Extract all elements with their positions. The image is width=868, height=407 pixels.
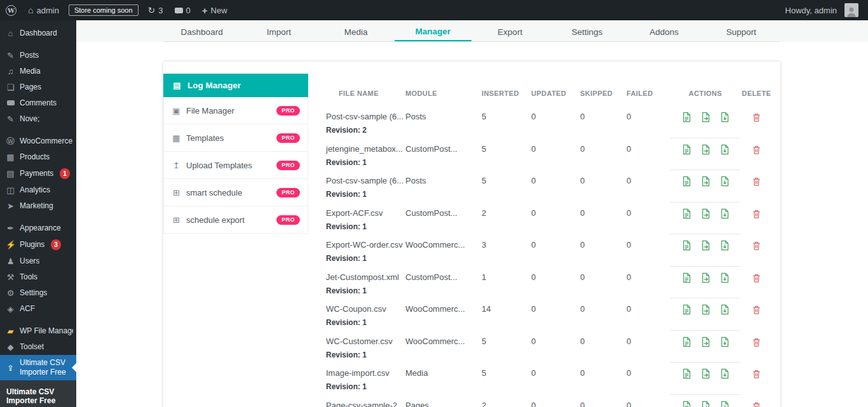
sidebar-item[interactable]: ▤ Payments 1 xyxy=(0,165,76,182)
sidebar-item[interactable]: ▰ WP File Manager xyxy=(0,323,76,339)
pro-badge: PRO xyxy=(276,188,300,197)
new-content-button[interactable]: + New xyxy=(196,0,233,20)
download-log-icon[interactable] xyxy=(700,304,711,315)
sidebar-item[interactable]: ⇪ Ultimate CSV Importer Free xyxy=(0,355,76,380)
revision-value: 1 xyxy=(362,382,367,391)
sidebar-item[interactable]: ⌂ Dashboard xyxy=(0,25,76,41)
comments-button[interactable]: 0 xyxy=(169,0,196,20)
download-log-icon[interactable] xyxy=(700,176,711,187)
sidebar-item[interactable]: ⚒ Tools xyxy=(0,269,76,285)
download-file-icon[interactable] xyxy=(719,144,730,155)
plugin-tab[interactable]: Manager xyxy=(395,22,471,41)
delete-icon[interactable] xyxy=(752,177,761,187)
panel-item[interactable]: ⊞ schedule export PRO xyxy=(163,206,308,234)
download-file-icon[interactable] xyxy=(719,304,730,315)
site-name-menu[interactable]: ⌂ admin xyxy=(22,0,65,20)
delete-icon[interactable] xyxy=(752,305,761,315)
view-log-icon[interactable] xyxy=(681,304,692,315)
delete-icon[interactable] xyxy=(752,273,761,283)
update-icon: ↻ xyxy=(148,6,156,15)
delete-icon[interactable] xyxy=(752,112,761,123)
download-file-icon[interactable] xyxy=(719,112,730,123)
download-log-icon[interactable] xyxy=(700,368,711,379)
sidebar-item[interactable]: ◈ ACF xyxy=(0,301,76,317)
plugin-tab[interactable]: Support xyxy=(703,22,780,41)
plugin-tab[interactable]: Settings xyxy=(548,22,625,41)
sidebar-item[interactable]: ✒ Appearance xyxy=(0,220,76,236)
view-log-icon[interactable] xyxy=(681,144,692,155)
panel-item[interactable]: ▦ Templates PRO xyxy=(163,124,308,152)
file-cell: Export-ACF.csv Revision: 1 xyxy=(321,208,405,235)
download-file-icon[interactable] xyxy=(719,368,730,379)
module-cell: Posts xyxy=(405,111,482,138)
delete-icon[interactable] xyxy=(752,145,761,155)
skipped-cell: 0 xyxy=(580,143,627,171)
sidebar-item[interactable]: ✎ Nove; xyxy=(0,111,76,127)
sidebar-item[interactable]: Comments xyxy=(0,95,76,111)
actions-cell xyxy=(670,175,740,203)
sidebar-item[interactable]: Ⓦ WooCommerce xyxy=(0,133,76,149)
sidebar-item-label: Ultimate CSV Importer Free xyxy=(20,358,73,377)
download-file-icon[interactable] xyxy=(719,401,730,407)
download-log-icon[interactable] xyxy=(700,208,711,219)
sidebar-item[interactable]: ➤ Marketing xyxy=(0,198,76,214)
sidebar-item[interactable]: ✎ Posts xyxy=(0,48,76,63)
settings-icon: ⚙ xyxy=(6,288,15,298)
delete-cell xyxy=(740,111,773,138)
download-log-icon[interactable] xyxy=(700,272,711,283)
delete-icon[interactable] xyxy=(752,369,761,379)
download-file-icon[interactable] xyxy=(719,337,730,347)
view-log-icon[interactable] xyxy=(681,208,692,219)
store-coming-soon-badge[interactable]: Store coming soon xyxy=(69,4,139,16)
download-log-icon[interactable] xyxy=(700,401,711,407)
revision-line: Revision: 1 xyxy=(326,222,405,232)
view-log-icon[interactable] xyxy=(681,401,692,407)
my-account-menu[interactable]: Howdy, admin xyxy=(780,0,864,20)
plugin-tab[interactable]: Export xyxy=(471,22,548,41)
delete-icon[interactable] xyxy=(752,401,761,407)
file-name: Image-import.csv xyxy=(326,368,405,379)
wordpress-menu[interactable]: W xyxy=(0,0,22,20)
home-icon: ⌂ xyxy=(28,6,33,15)
panel-item[interactable]: ↥ Upload Templates PRO xyxy=(163,152,308,179)
submenu-item-current[interactable]: Ultimate CSV Importer Free xyxy=(0,384,76,407)
sidebar-item[interactable]: ◫ Analytics xyxy=(0,182,76,198)
sidebar-item[interactable]: ⚡ Plugins 3 xyxy=(0,236,76,253)
sidebar-item[interactable]: ♟ Users xyxy=(0,253,76,269)
download-file-icon[interactable] xyxy=(719,208,730,219)
plugin-tab[interactable]: Dashboard xyxy=(163,22,240,41)
plugin-tab[interactable]: Media xyxy=(318,22,395,41)
delete-icon[interactable] xyxy=(752,209,761,219)
download-log-icon[interactable] xyxy=(700,112,711,123)
inserted-cell: 3 xyxy=(482,239,531,267)
download-log-icon[interactable] xyxy=(700,240,711,251)
plugin-tab[interactable]: Addons xyxy=(626,22,703,41)
csv-importer-icon: ⇪ xyxy=(6,363,15,373)
panel-item[interactable]: ⊞ smart schedule PRO xyxy=(163,179,308,206)
sidebar-item[interactable]: ♫ Media xyxy=(0,63,76,79)
view-log-icon[interactable] xyxy=(681,112,692,123)
sidebar-item[interactable]: ◆ Toolset xyxy=(0,339,76,355)
header-skipped: SKIPPED xyxy=(580,90,627,97)
sidebar-item[interactable]: ⚙ Settings xyxy=(0,285,76,301)
plugin-tab[interactable]: Import xyxy=(240,22,317,41)
tab-label: Support xyxy=(726,27,756,37)
delete-icon[interactable] xyxy=(752,337,761,347)
view-log-icon[interactable] xyxy=(681,368,692,379)
updates-button[interactable]: ↻ 3 xyxy=(142,0,169,20)
delete-icon[interactable] xyxy=(752,241,761,251)
view-log-icon[interactable] xyxy=(681,240,692,251)
tab-label: Import xyxy=(267,27,291,37)
view-log-icon[interactable] xyxy=(681,337,692,347)
view-log-icon[interactable] xyxy=(681,176,692,187)
download-log-icon[interactable] xyxy=(700,337,711,347)
panel-item[interactable]: ▣ File Manager PRO xyxy=(163,97,308,124)
sidebar-item[interactable]: ▦ Products xyxy=(0,149,76,165)
view-log-icon[interactable] xyxy=(681,272,692,283)
sidebar-item[interactable]: ❏ Pages xyxy=(0,79,76,95)
log-manager-item[interactable]: ▤ Log Manager xyxy=(163,74,308,97)
download-file-icon[interactable] xyxy=(719,176,730,187)
download-file-icon[interactable] xyxy=(719,240,730,251)
download-log-icon[interactable] xyxy=(700,144,711,155)
download-file-icon[interactable] xyxy=(719,272,730,283)
